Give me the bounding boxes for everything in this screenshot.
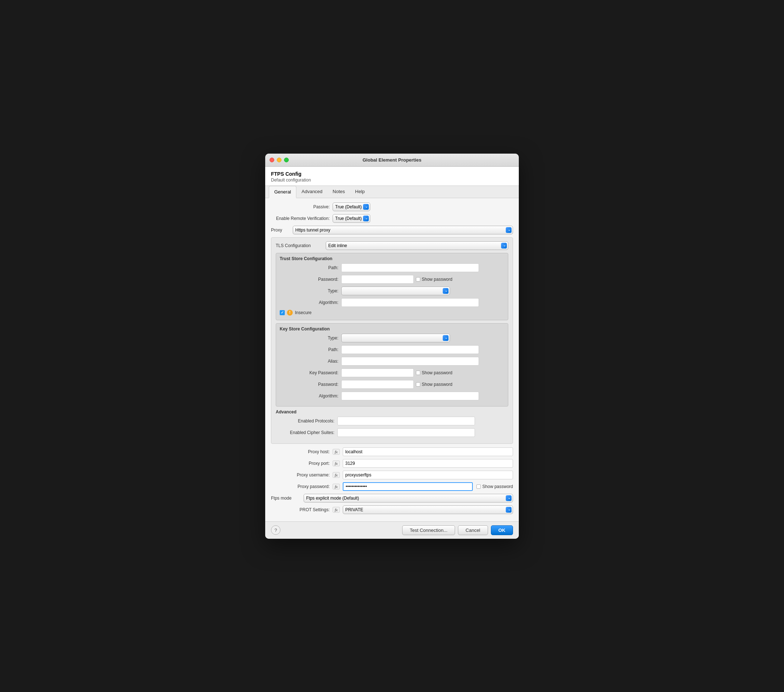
proxy-host-fx-badge: fx [333, 449, 340, 455]
key-alias-input[interactable] [341, 357, 479, 366]
key-path-label: Path: [280, 347, 341, 352]
proxy-label: Proxy [271, 227, 293, 232]
insecure-row: ! Insecure [280, 310, 504, 316]
tab-help[interactable]: Help [350, 186, 370, 198]
tab-general[interactable]: General [269, 186, 296, 198]
footer-buttons: Test Connection... Cancel OK [402, 526, 513, 535]
tls-config-row: TLS Configuration Edit inline [276, 241, 508, 250]
proxy-username-input[interactable] [343, 471, 513, 479]
key-store-show-password-row: Show password [416, 382, 453, 387]
ftps-mode-select[interactable]: Ftps explicit mode (Default) [304, 494, 513, 503]
passive-select-wrapper: True (Default) [333, 203, 370, 211]
passive-row: Passive: True (Default) [271, 203, 513, 211]
proxy-port-fx-badge: fx [333, 460, 340, 466]
key-store-password-row: Password: Show password [280, 380, 504, 389]
proxy-password-fx-badge: fx [333, 484, 340, 489]
tab-notes[interactable]: Notes [328, 186, 350, 198]
key-alias-label: Alias: [280, 359, 341, 364]
proxy-host-input[interactable] [343, 447, 513, 456]
trust-password-input[interactable] [341, 275, 414, 284]
warning-icon: ! [287, 310, 293, 316]
prot-settings-fx-badge: fx [333, 507, 340, 512]
ok-button[interactable]: OK [491, 526, 513, 535]
enable-remote-select[interactable]: True (Default) [333, 214, 370, 223]
enabled-cipher-label: Enabled Cipher Suites: [276, 430, 337, 435]
app-title: FTPS Config [271, 171, 513, 177]
key-store-password-input[interactable] [341, 380, 414, 389]
trust-show-password-checkbox[interactable] [416, 277, 420, 282]
tab-advanced[interactable]: Advanced [296, 186, 328, 198]
test-connection-button[interactable]: Test Connection... [402, 526, 455, 535]
enabled-cipher-row: Enabled Cipher Suites: [276, 428, 508, 437]
trust-type-select[interactable] [341, 287, 450, 295]
proxy-username-fx-badge: fx [333, 472, 340, 478]
enabled-protocols-row: Enabled Protocols: [276, 417, 508, 425]
trust-password-row: Password: Show password [280, 275, 504, 284]
help-button[interactable]: ? [271, 526, 280, 535]
prot-settings-select[interactable]: PRIVATE [343, 506, 513, 514]
insecure-label: Insecure [295, 310, 311, 315]
tls-config-select-wrapper: Edit inline [326, 241, 508, 250]
key-store-password-label: Password: [280, 382, 341, 387]
footer: ? Test Connection... Cancel OK [265, 521, 519, 539]
enabled-cipher-input[interactable] [337, 428, 475, 437]
proxy-show-password-checkbox[interactable] [476, 484, 481, 489]
advanced-subsection: Advanced Enabled Protocols: Enabled Ciph… [276, 409, 508, 437]
key-password-input[interactable] [341, 369, 414, 377]
main-window: Global Element Properties FTPS Config De… [265, 153, 519, 539]
tls-config-select[interactable]: Edit inline [326, 241, 508, 250]
key-type-select-wrapper [341, 334, 450, 343]
close-button[interactable] [270, 158, 274, 162]
advanced-subsection-title: Advanced [276, 409, 508, 415]
key-algorithm-input[interactable] [341, 392, 479, 400]
key-type-select[interactable] [341, 334, 450, 343]
ftps-mode-label: Ftps mode [271, 496, 304, 501]
trust-store-title: Trust Store Configuration [280, 256, 504, 261]
proxy-password-input[interactable] [343, 482, 473, 491]
proxy-row: Proxy Https tunnel proxy [271, 226, 513, 234]
key-store-show-password-checkbox[interactable] [416, 382, 420, 387]
enabled-protocols-input[interactable] [337, 417, 475, 425]
minimize-button[interactable] [277, 158, 282, 162]
prot-settings-input-wrapper: fx PRIVATE [333, 506, 513, 514]
app-subtitle: Default configuration [271, 178, 513, 183]
proxy-username-label: Proxy username: [271, 473, 333, 478]
proxy-password-input-wrapper: fx Show password [333, 482, 513, 491]
proxy-port-row: Proxy port: fx [271, 459, 513, 468]
proxy-host-row: Proxy host: fx [271, 447, 513, 456]
proxy-select-wrapper: Https tunnel proxy [293, 226, 513, 234]
ftps-mode-select-wrapper: Ftps explicit mode (Default) [304, 494, 513, 503]
key-path-input[interactable] [341, 345, 479, 354]
key-password-row: Key Password: Show password [280, 369, 504, 377]
trust-path-row: Path: [280, 264, 504, 272]
cancel-button[interactable]: Cancel [458, 526, 488, 535]
tls-section-box: TLS Configuration Edit inline Trust Stor… [271, 237, 513, 444]
trust-algorithm-input[interactable] [341, 298, 479, 307]
proxy-show-password-label: Show password [482, 484, 513, 489]
key-show-password-checkbox[interactable] [416, 371, 420, 375]
trust-type-row: Type: [280, 287, 504, 295]
proxy-host-input-wrapper: fx [333, 447, 513, 456]
ftps-mode-row: Ftps mode Ftps explicit mode (Default) [271, 494, 513, 503]
trust-path-input[interactable] [341, 264, 479, 272]
trust-show-password-row: Show password [416, 277, 453, 282]
tls-config-label: TLS Configuration [276, 243, 323, 248]
insecure-checkbox[interactable] [280, 310, 285, 315]
enable-remote-label: Enable Remote Verification: [271, 216, 333, 221]
trust-algorithm-row: Algorithm: [280, 298, 504, 307]
key-store-title: Key Store Configuration [280, 326, 504, 331]
enabled-protocols-label: Enabled Protocols: [276, 418, 337, 423]
tabs-bar: General Advanced Notes Help [265, 186, 519, 198]
trust-path-label: Path: [280, 265, 341, 270]
proxy-port-input[interactable] [343, 459, 513, 468]
maximize-button[interactable] [284, 158, 289, 162]
prot-settings-label: PROT Settings: [271, 507, 333, 512]
passive-label: Passive: [271, 204, 333, 209]
trust-algorithm-label: Algorithm: [280, 300, 341, 305]
trust-password-label: Password: [280, 277, 341, 282]
traffic-lights [270, 158, 289, 162]
proxy-port-label: Proxy port: [271, 461, 333, 466]
proxy-select[interactable]: Https tunnel proxy [293, 226, 513, 234]
proxy-show-password-row: Show password [476, 484, 513, 489]
passive-select[interactable]: True (Default) [333, 203, 370, 211]
